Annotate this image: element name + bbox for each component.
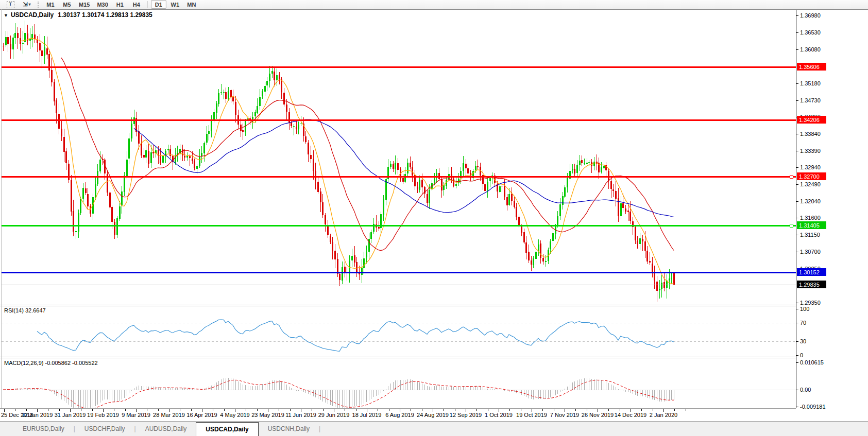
toolbar: T ⇲ ▾ M1 M5 M15 M30 H1 H4 D1 W1 MN [0, 0, 868, 9]
price-tick-label: 1.33840 [800, 131, 821, 137]
price-tick-label: 1.32040 [800, 198, 821, 204]
macd-scale-label: 0.00 [800, 387, 811, 393]
price-line-badge-label: 1.35606 [799, 64, 820, 70]
price-tick-label: 1.30700 [800, 249, 821, 255]
price-tick-label: 1.32490 [800, 181, 821, 187]
timeframe-m15-button[interactable]: M15 [76, 0, 93, 9]
price-tick-label: 1.35180 [800, 80, 821, 86]
date-tick-label: 23 May 2019 [251, 412, 284, 418]
toolbar-separator [147, 1, 148, 8]
date-tick-label: 28 Mar 2019 [153, 412, 185, 418]
cursor-tool-icon: ⇲ [23, 1, 27, 8]
price-tick-label: 1.36080 [800, 46, 821, 53]
tab-usdcad-daily[interactable]: USDCAD,Daily [196, 422, 258, 436]
price-tick-label: 1.29350 [800, 300, 821, 306]
toolbar-grip [38, 2, 40, 8]
date-tick-label: 6 Aug 2019 [385, 412, 414, 418]
date-tick-label: 24 Aug 2019 [417, 412, 449, 418]
date-tick-label: 19 Feb 2019 [87, 412, 119, 418]
date-tick-label: 2 Jan 2020 [650, 412, 677, 418]
macd-scale-label: -0.009181 [800, 404, 826, 410]
price-line-badge-label: 1.34206 [799, 117, 820, 123]
date-tick-label: 16 Apr 2019 [186, 412, 217, 418]
macd-label: MACD(12,26,9) -0.005862 -0.005522 [4, 360, 98, 366]
date-tick-label: 14 Dec 2019 [615, 412, 646, 418]
timeframe-h1-button[interactable]: H1 [112, 0, 128, 9]
timeframe-w1-button[interactable]: W1 [167, 0, 183, 9]
tab-usdchf-daily[interactable]: USDCHF,Daily [75, 422, 134, 436]
macd-scale-label: 0.010615 [800, 359, 824, 365]
text-tool-button[interactable]: T [3, 0, 18, 9]
date-tick-label: 11 Jun 2019 [285, 412, 316, 418]
chart-menu-arrow-icon: ▼ [4, 13, 8, 18]
dropdown-caret-icon: ▾ [29, 2, 31, 7]
date-tick-label: 18 Jul 2019 [352, 412, 382, 418]
date-tick-label: 1 Oct 2019 [485, 412, 513, 418]
rsi-label: RSI(14) 32.6647 [4, 307, 46, 313]
tab-usdcnh-daily[interactable]: USDCNH,Daily [259, 422, 319, 436]
date-tick-label: 31 Jan 2019 [55, 412, 86, 418]
date-axis[interactable]: 25 Dec 201812 Jan 201931 Jan 201919 Feb … [0, 409, 868, 421]
tab-eurusd-daily[interactable]: EURUSD,Daily [13, 422, 74, 436]
chart-canvas[interactable]: 1.369801.365301.360801.351801.347301.342… [0, 0, 868, 436]
timeframe-m30-button[interactable]: M30 [94, 0, 111, 9]
price-line-badge-label: 1.30152 [799, 269, 820, 275]
date-tick-label: 4 May 2019 [220, 412, 249, 418]
date-tick-label: 9 Mar 2019 [122, 412, 150, 418]
tab-audusd-daily[interactable]: AUDUSD,Daily [136, 422, 196, 436]
line-handle-1.31405[interactable] [790, 224, 793, 228]
price-tick-label: 1.31600 [800, 215, 821, 221]
rsi-scale-label: 100 [800, 306, 809, 312]
price-line-badge-label: 1.31405 [799, 222, 820, 229]
price-axis[interactable]: 1.369801.365301.360801.351801.347301.342… [796, 10, 868, 410]
timeframe-mn-button[interactable]: MN [184, 0, 199, 9]
timeframe-m1-button[interactable]: M1 [43, 0, 58, 9]
rsi-scale-label: 0 [800, 352, 803, 358]
price-tick-label: 1.36530 [800, 29, 821, 36]
line-handle-1.32700[interactable] [790, 176, 793, 179]
price-line-badge-label: 1.32700 [799, 173, 820, 180]
date-tick-label: 7 Nov 2019 [550, 412, 579, 418]
tab-divider: | [319, 422, 320, 436]
price-tick-label: 1.32940 [800, 164, 821, 170]
cursor-tool-button[interactable]: ⇲ ▾ [19, 0, 35, 9]
price-line-badge-label: 1.29835 [799, 282, 820, 288]
price-tick-label: 1.34730 [800, 97, 821, 103]
date-tick-label: 29 Jun 2019 [318, 412, 350, 418]
chart-symbol-period: USDCAD,Daily [11, 11, 54, 19]
date-tick-label: 12 Jan 2019 [22, 412, 53, 418]
text-tool-icon: T [7, 1, 14, 8]
date-tick-label: 26 Nov 2019 [582, 412, 614, 418]
timeframe-d1-button[interactable]: D1 [151, 0, 166, 9]
date-tick-label: 12 Sep 2019 [450, 412, 482, 418]
timeframe-m5-button[interactable]: M5 [59, 0, 75, 9]
timeframe-h4-button[interactable]: H4 [129, 0, 144, 9]
chart-ohlc-values: 1.30137 1.30174 1.29813 1.29835 [58, 11, 152, 19]
price-tick-label: 1.33390 [800, 148, 821, 154]
price-tick-label: 1.31150 [800, 232, 820, 238]
price-tick-label: 1.36980 [800, 12, 821, 19]
application-window: 1.369801.365301.360801.351801.347301.342… [0, 0, 868, 436]
rsi-scale-label: 30 [800, 338, 806, 344]
symbol-tab-bar: EURUSD,Daily | USDCHF,Daily | AUDUSD,Dai… [0, 421, 868, 436]
chart-title[interactable]: ▼USDCAD,Daily1.30137 1.30174 1.29813 1.2… [4, 11, 152, 19]
rsi-scale-label: 70 [800, 320, 806, 326]
date-tick-label: 19 Oct 2019 [516, 412, 547, 418]
